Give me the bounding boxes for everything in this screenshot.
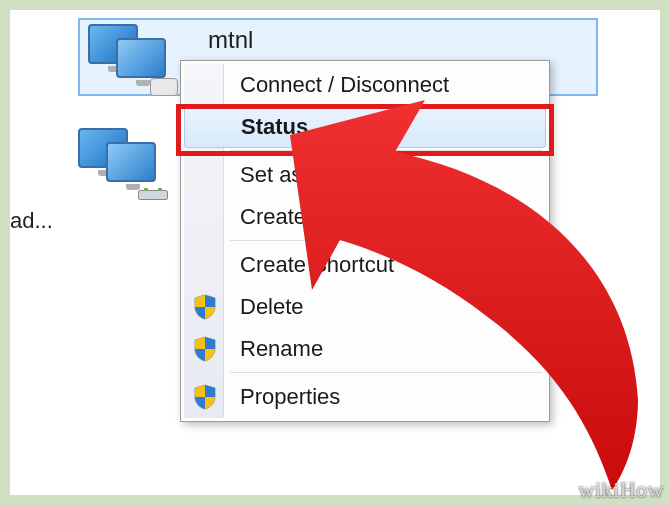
connection-name: mtnl: [208, 26, 253, 54]
menu-item-create-copy[interactable]: Create Copy: [184, 196, 546, 238]
truncated-label: ad...: [10, 208, 53, 234]
menu-item-label: Create Copy: [240, 204, 364, 230]
menu-separator: [230, 240, 542, 242]
menu-item-status[interactable]: Status: [184, 106, 546, 148]
menu-item-label: Rename: [240, 336, 323, 362]
menu-item-create-shortcut[interactable]: Create Shortcut: [184, 244, 546, 286]
uac-shield-icon: [194, 384, 216, 410]
menu-item-label: Set as Default: [240, 162, 378, 188]
menu-item-delete[interactable]: Delete: [184, 286, 546, 328]
menu-item-rename[interactable]: Rename: [184, 328, 546, 370]
uac-shield-icon: [194, 294, 216, 320]
menu-item-label: Connect / Disconnect: [240, 72, 449, 98]
menu-separator: [230, 150, 542, 152]
menu-item-connect-disconnect[interactable]: Connect / Disconnect: [184, 64, 546, 106]
dialup-connection-icon: [88, 24, 174, 92]
menu-item-label: Status: [241, 114, 308, 140]
menu-item-label: Delete: [240, 294, 304, 320]
context-menu: Connect / DisconnectStatusSet as Default…: [180, 60, 550, 422]
menu-separator: [230, 372, 542, 374]
explorer-window: mtnl ad... Connect / DisconnectStatusSet…: [10, 10, 660, 495]
watermark: wikiHow: [579, 477, 664, 503]
uac-shield-icon: [194, 336, 216, 362]
menu-item-properties[interactable]: Properties: [184, 376, 546, 418]
lan-connection-icon: [78, 128, 164, 196]
menu-item-label: Create Shortcut: [240, 252, 394, 278]
menu-item-set-as-default[interactable]: Set as Default: [184, 154, 546, 196]
menu-item-label: Properties: [240, 384, 340, 410]
